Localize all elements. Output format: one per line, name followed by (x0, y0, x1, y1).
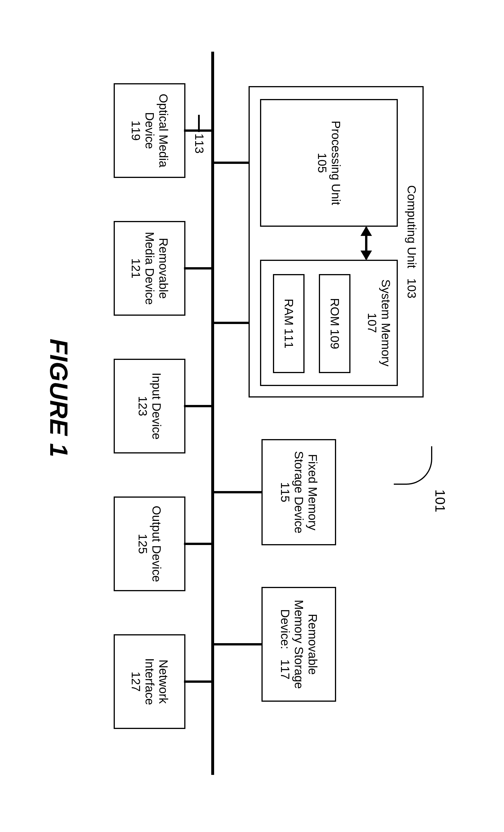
cpu-memory-arrow (365, 227, 367, 259)
removable-media-box: Removable Media Device 121 (114, 221, 185, 316)
connector-bus-to-network (184, 680, 213, 683)
removable-memory-ref: 117 (278, 659, 292, 680)
figure-caption: FIGURE 1 (44, 339, 74, 458)
connector-memory-to-bus (213, 322, 248, 324)
removable-media-l1: Removable (156, 238, 170, 299)
optical-media-box: Optical Media Device 119 (114, 83, 185, 178)
connector-bus-to-output (184, 543, 213, 545)
output-device-l1: Output Device (150, 506, 163, 582)
system-ref-label: 101 (432, 489, 448, 512)
removable-memory-l2: Memory Storage (292, 600, 306, 689)
computing-unit-ref: 103 (405, 278, 419, 298)
processing-unit-ref: 105 (315, 153, 329, 173)
input-device-ref: 123 (136, 396, 150, 416)
ram-box: RAM 111 (273, 274, 304, 373)
computing-unit-label: Computing Unit (405, 185, 419, 268)
ram-ref: 111 (282, 328, 296, 348)
rom-label: ROM (328, 298, 342, 326)
network-interface-ref: 127 (129, 672, 143, 692)
input-device-l1: Input Device (150, 372, 163, 439)
system-memory-label: System Memory (379, 279, 393, 366)
ram-label: RAM (282, 299, 296, 326)
connector-bus-to-optical (184, 129, 213, 132)
fixed-memory-box: Fixed Memory Storage Device 115 (262, 439, 336, 545)
removable-media-l2: Media Device (143, 232, 156, 305)
system-memory-ref: 107 (365, 313, 378, 333)
fixed-memory-l1: Fixed Memory (306, 454, 319, 530)
connector-bus-to-removable (184, 267, 213, 269)
processing-unit-label: Processing Unit (329, 121, 343, 205)
system-bus (211, 52, 214, 775)
fixed-memory-ref: 115 (278, 482, 292, 502)
optical-media-l2: Device (143, 112, 156, 149)
system-ref-leader (394, 446, 432, 485)
removable-media-ref: 121 (129, 258, 143, 278)
rom-ref: 109 (328, 329, 342, 349)
connector-removable-memory-to-bus (213, 643, 262, 646)
output-device-ref: 125 (136, 534, 150, 554)
connector-fixed-memory-to-bus (213, 491, 262, 493)
network-interface-l2: Interface (143, 658, 156, 705)
output-device-box: Output Device 125 (114, 496, 185, 591)
fixed-memory-l2: Storage Device (292, 451, 306, 533)
input-device-box: Input Device 123 (114, 359, 185, 453)
removable-memory-box: Removable Memory Storage Device: 117 (262, 587, 336, 702)
connector-processing-to-bus (213, 162, 248, 164)
processing-unit-box: Processing Unit 105 (260, 99, 398, 227)
network-interface-l1: Network (156, 659, 170, 704)
rom-box: ROM 109 (319, 274, 350, 373)
diagram-canvas: 101 Computing Unit 103 Processing Unit 1… (0, 0, 504, 832)
removable-memory-l1: Removable (306, 614, 319, 675)
optical-media-l1: Optical Media (156, 94, 170, 167)
bus-ref-label: 113 (192, 133, 206, 154)
network-interface-box: Network Interface 127 (114, 634, 185, 729)
connector-bus-to-input (184, 405, 213, 407)
removable-memory-l3: Device: (278, 609, 292, 649)
optical-media-ref: 119 (129, 121, 143, 140)
